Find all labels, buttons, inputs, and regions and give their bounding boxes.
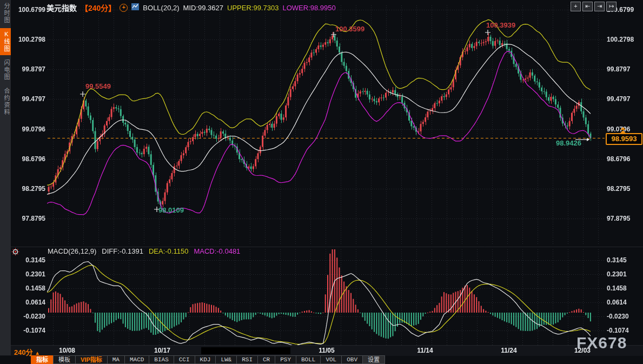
macd-dea-value: DEA:-0.1150 bbox=[149, 247, 188, 255]
price-axis-label-right: 99.4797 bbox=[607, 95, 630, 103]
time-label-11-14: 11/14 bbox=[417, 347, 433, 354]
chart-type-sidebar: 分时图K线图闪电图合约资料 bbox=[0, 0, 11, 355]
macd-axis-label-left: 0.1458 bbox=[16, 284, 45, 292]
macd-macd-value: MACD:-0.0481 bbox=[194, 247, 240, 255]
btn-boll[interactable]: BOLL bbox=[296, 355, 321, 364]
btn-lw[interactable]: LW& bbox=[215, 355, 237, 364]
price-axis-label-left: 100.2798 bbox=[16, 36, 45, 43]
chart-toolbar-icons: +⇤⇥↦ bbox=[571, 2, 617, 11]
macd-axis-label-right: 0.2301 bbox=[607, 270, 627, 278]
price-axis-label-right: 99.8797 bbox=[607, 65, 630, 73]
price-axis-label-left: 99.0796 bbox=[16, 125, 45, 133]
price-axis-label-right: 97.8795 bbox=[607, 215, 630, 222]
tab-flash-chart[interactable]: 闪电图 bbox=[0, 57, 11, 83]
price-axis-label-left: 97.8795 bbox=[16, 215, 45, 222]
period-badge: 【240分】 bbox=[81, 2, 116, 13]
btn-psy[interactable]: PSY bbox=[275, 355, 296, 364]
time-label-11-24: 11/24 bbox=[501, 347, 516, 354]
price-axis-label-left: 99.4797 bbox=[16, 95, 45, 103]
price-annotation-100.3599: 100.3599 bbox=[335, 25, 364, 33]
price-annotation-99.5549: 99.5549 bbox=[85, 82, 111, 90]
symbol-title: 美元指数 bbox=[47, 2, 77, 13]
indicator-toolbar: 指标模板VIP指标MAMACDBIASCCIKDJLW&RSICRPSYBOLL… bbox=[31, 355, 385, 364]
macd-axis-label-left: 0.0614 bbox=[16, 299, 45, 306]
btn-vol[interactable]: VOL bbox=[320, 355, 342, 364]
fit-right-icon[interactable]: ⇥ bbox=[594, 2, 605, 11]
watermark: FX678 bbox=[576, 334, 627, 352]
macd-axis-label-right: 0.1458 bbox=[607, 284, 627, 292]
price-axis-label-left: 99.8797 bbox=[16, 65, 45, 73]
current-price-box: 98.9593 bbox=[606, 133, 642, 145]
price-annotation-98.9426: 98.9426 bbox=[556, 139, 581, 147]
chart-canvas[interactable] bbox=[0, 0, 643, 364]
macd-axis-label-right: -0.0230 bbox=[607, 313, 629, 320]
macd-axis-label-left: -0.0230 bbox=[16, 313, 45, 320]
boll-mid-value: MID:99.3627 bbox=[183, 4, 223, 12]
chart-type-icon[interactable] bbox=[131, 3, 139, 12]
price-axis-label-right: 99.0796 bbox=[607, 125, 630, 133]
btn-cr[interactable]: CR bbox=[257, 355, 275, 364]
btn-cci[interactable]: CCI bbox=[174, 355, 195, 364]
crosshair-icon[interactable]: + bbox=[571, 2, 581, 11]
btn-macd[interactable]: MACD bbox=[124, 355, 149, 364]
boll-label: BOLL(20,2) bbox=[143, 4, 179, 12]
btn-bias[interactable]: BIAS bbox=[149, 355, 174, 364]
pan-right-icon[interactable]: ↦ bbox=[606, 2, 617, 11]
btn-rsi[interactable]: RSI bbox=[236, 355, 258, 364]
tab-time-chart[interactable]: 分时图 bbox=[0, 0, 11, 27]
add-indicator-icon[interactable]: + bbox=[120, 4, 128, 12]
price-axis-label-right: 98.6796 bbox=[607, 155, 630, 163]
macd-diff-value: DIFF:-0.1391 bbox=[102, 247, 143, 255]
btn-ma[interactable]: MA bbox=[107, 355, 125, 364]
horizontal-scrollbar-thumb[interactable] bbox=[201, 347, 290, 354]
boll-upper-value: UPPER:99.7303 bbox=[227, 4, 279, 12]
price-axis-label-right: 100.2798 bbox=[607, 36, 634, 43]
price-axis-label-right: 98.2795 bbox=[607, 185, 630, 193]
price-axis-label-left: 100.6799 bbox=[16, 6, 45, 14]
macd-header: MACD(26,12,9) DIFF:-0.1391 DEA:-0.1150 M… bbox=[48, 247, 240, 255]
tab-kline-chart[interactable]: K线图 bbox=[0, 28, 11, 55]
btn-settings[interactable]: 设置 bbox=[362, 355, 385, 364]
price-annotation-98.0109: 98.0109 bbox=[158, 206, 184, 214]
tab-contract-info[interactable]: 合约资料 bbox=[0, 85, 11, 118]
macd-axis-label-right: 0.3145 bbox=[607, 256, 627, 264]
boll-lower-value: LOWER:98.9950 bbox=[282, 4, 335, 12]
tab-vip-indicator[interactable]: VIP指标 bbox=[75, 355, 108, 364]
price-axis-label-left: 98.2795 bbox=[16, 185, 45, 193]
fit-left-icon[interactable]: ⇤ bbox=[582, 2, 593, 11]
tab-template[interactable]: 模板 bbox=[53, 355, 76, 364]
macd-axis-label-right: 0.0614 bbox=[607, 299, 627, 306]
tab-indicator[interactable]: 指标 bbox=[31, 355, 54, 364]
btn-kdj[interactable]: KDJ bbox=[195, 355, 216, 364]
time-label-10-17: 10/17 bbox=[154, 347, 170, 354]
time-label-11-05: 11/05 bbox=[319, 347, 334, 354]
alert-icon[interactable] bbox=[11, 248, 19, 258]
time-axis-strip: 240分 ▲ 10/0810/1711/0511/1411/2412/03 bbox=[0, 345, 643, 356]
price-annotation-100.3939: 100.3939 bbox=[486, 21, 515, 29]
price-up-arrows-icon bbox=[620, 127, 626, 134]
macd-axis-label-left: -0.1074 bbox=[16, 327, 45, 334]
trading-app-window: 分时图K线图闪电图合约资料 美元指数 【240分】 + BOLL(20,2) M… bbox=[0, 0, 643, 364]
macd-axis-label-left: 0.3145 bbox=[16, 256, 45, 264]
chart-header: 美元指数 【240分】 + BOLL(20,2) MID:99.3627 UPP… bbox=[47, 2, 336, 13]
macd-label: MACD(26,12,9) bbox=[48, 247, 96, 255]
macd-axis-label-left: 0.2301 bbox=[16, 270, 45, 278]
btn-obv[interactable]: OBV bbox=[341, 355, 363, 364]
time-label-10-08: 10/08 bbox=[59, 347, 75, 354]
price-axis-label-left: 98.6796 bbox=[16, 155, 45, 163]
